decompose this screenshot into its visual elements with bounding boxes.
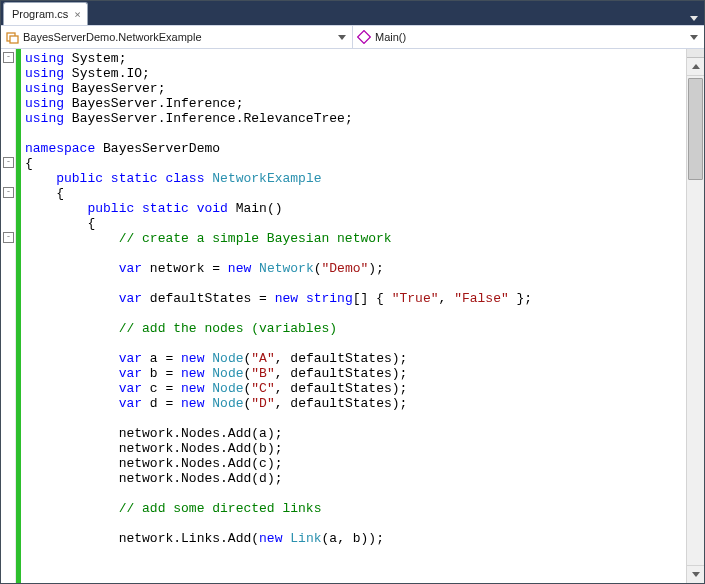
class-label: BayesServerDemo.NetworkExample xyxy=(23,31,334,43)
member-dropdown[interactable]: Main() xyxy=(353,26,704,48)
scroll-thumb[interactable] xyxy=(688,78,703,180)
editor[interactable]: - - - - using System; using System.IO; u… xyxy=(1,49,704,583)
svg-rect-1 xyxy=(10,36,18,43)
fold-toggle[interactable]: - xyxy=(3,232,14,243)
member-label: Main() xyxy=(375,31,686,43)
ide-window: Program.cs × BayesServerDemo.NetworkExam… xyxy=(0,0,705,584)
close-icon[interactable]: × xyxy=(74,8,81,21)
fold-toggle[interactable]: - xyxy=(3,187,14,198)
vertical-scrollbar[interactable] xyxy=(686,49,704,583)
scroll-down-button[interactable] xyxy=(687,565,704,583)
split-handle-icon[interactable] xyxy=(687,49,704,58)
fold-toggle[interactable]: - xyxy=(3,52,14,63)
chevron-down-icon xyxy=(690,35,698,40)
class-dropdown[interactable]: BayesServerDemo.NetworkExample xyxy=(1,26,353,48)
outline-margin: - - - - xyxy=(1,49,16,583)
tab-strip: Program.cs × xyxy=(1,1,704,25)
navigation-bar: BayesServerDemo.NetworkExample Main() xyxy=(1,25,704,49)
tab-title: Program.cs xyxy=(12,8,68,20)
triangle-down-icon xyxy=(692,572,700,577)
chevron-down-icon xyxy=(338,35,346,40)
fold-toggle[interactable]: - xyxy=(3,157,14,168)
triangle-up-icon xyxy=(692,64,700,69)
tab-program-cs[interactable]: Program.cs × xyxy=(3,2,88,25)
class-icon xyxy=(5,30,19,44)
code-area[interactable]: using System; using System.IO; using Bay… xyxy=(21,49,686,583)
method-icon xyxy=(357,30,371,44)
svg-rect-2 xyxy=(358,31,371,44)
tab-overflow-icon[interactable] xyxy=(690,16,698,21)
scroll-track[interactable] xyxy=(687,76,704,565)
scroll-up-button[interactable] xyxy=(687,58,704,76)
